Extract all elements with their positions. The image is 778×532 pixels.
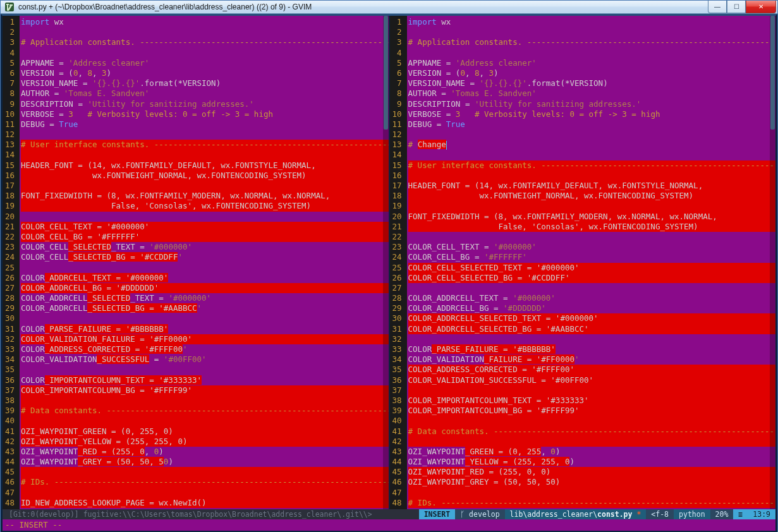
titlebar[interactable]: const.py + (~\Dropbox\Broadnet\address_c… <box>1 1 777 14</box>
maximize-button[interactable]: ☐ <box>727 1 746 13</box>
statusline: [Git:0(develop)] fugitive:\\C:\Users\tom… <box>3 509 775 519</box>
gutter-left: 1234567891011121314151617181920212223242… <box>3 16 20 509</box>
scrollbar-left[interactable] <box>383 16 389 509</box>
linecol-seg: 13:9 <box>748 509 775 519</box>
gutter-right: 1234567891011121314151617181920212223242… <box>390 16 407 509</box>
window-buttons: — ☐ ✕ <box>708 1 776 13</box>
status-left-git: [Git:0(develop)] fugitive:\\C:\Users\tom… <box>3 509 377 519</box>
right-pane[interactable]: 1234567891011121314151617181920212223242… <box>389 16 776 509</box>
minimize-button[interactable]: — <box>708 1 727 13</box>
gvim-icon <box>4 2 15 12</box>
enc-seg: <f-8 <box>646 509 674 519</box>
window-title: const.py + (~\Dropbox\Broadnet\address_c… <box>18 3 708 11</box>
code-left[interactable]: import wx # Application constants. -----… <box>20 16 388 509</box>
mode-indicator: INSERT <box>419 509 456 519</box>
pct-seg: 20% <box>710 509 734 519</box>
path-seg: lib\address_cleaner\const.py * <box>505 509 647 519</box>
ft-seg: python <box>674 509 710 519</box>
code-right[interactable]: import wx # Application constants. -----… <box>407 16 775 509</box>
app-window: const.py + (~\Dropbox\Broadnet\address_c… <box>0 0 778 532</box>
left-pane[interactable]: 1234567891011121314151617181920212223242… <box>3 16 389 509</box>
split-view: 1234567891011121314151617181920212223242… <box>3 16 775 509</box>
command-line[interactable]: -- INSERT -- <box>3 519 775 531</box>
scrollbar-right[interactable] <box>770 16 775 509</box>
close-button[interactable]: ✕ <box>746 1 776 13</box>
ln-icon: ≣ <box>733 509 748 519</box>
editor-area: 1234567891011121314151617181920212223242… <box>1 14 777 532</box>
branch-seg: ᚴ develop <box>455 509 504 519</box>
